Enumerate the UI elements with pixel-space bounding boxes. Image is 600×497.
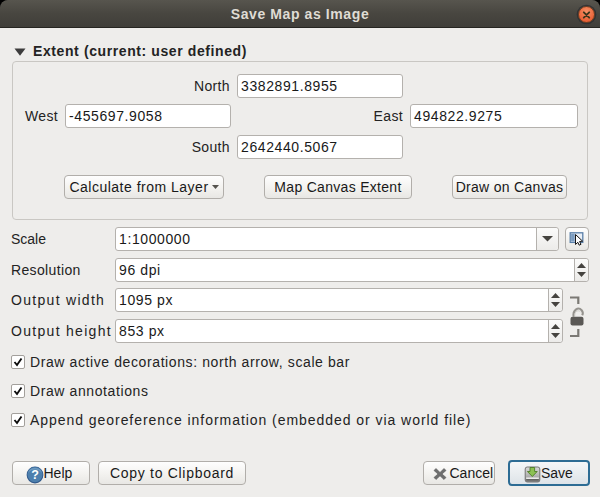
svg-text:?: ? (31, 468, 39, 482)
